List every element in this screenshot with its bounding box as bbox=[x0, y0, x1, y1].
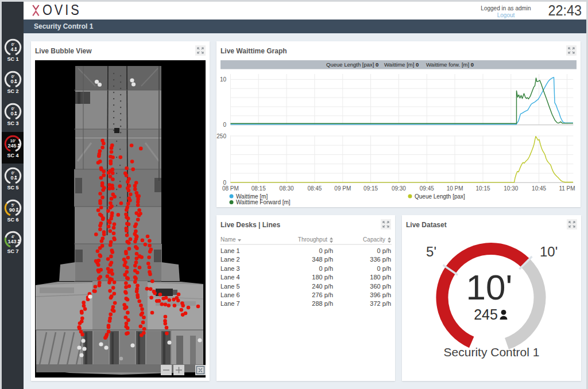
svg-text:245: 245 bbox=[474, 306, 498, 322]
svg-text:0: 0 bbox=[10, 111, 13, 116]
svg-text:10': 10' bbox=[10, 139, 16, 143]
svg-text:143: 143 bbox=[7, 239, 16, 244]
svg-text:348 p/h: 348 p/h bbox=[312, 256, 333, 263]
svg-text:10:15: 10:15 bbox=[475, 185, 490, 192]
svg-text:Waittime [m]: Waittime [m] bbox=[236, 193, 268, 200]
svg-text:Lane 4: Lane 4 bbox=[220, 274, 240, 281]
svg-text:0': 0' bbox=[11, 75, 15, 79]
svg-text:5': 5' bbox=[426, 244, 436, 259]
svg-text:10:30: 10:30 bbox=[504, 185, 518, 192]
svg-text:08:45: 08:45 bbox=[307, 185, 322, 192]
svg-text:5': 5' bbox=[11, 203, 15, 207]
svg-text:10: 10 bbox=[220, 76, 227, 83]
svg-text:0: 0 bbox=[10, 79, 13, 84]
svg-text:Waittime forw. [m] 0: Waittime forw. [m] 0 bbox=[426, 61, 474, 68]
svg-text:Lane 7: Lane 7 bbox=[220, 300, 240, 307]
svg-text:4: 4 bbox=[10, 46, 13, 52]
svg-text:0 p/h: 0 p/h bbox=[319, 247, 333, 254]
svg-text:240 p/h: 240 p/h bbox=[312, 283, 333, 290]
svg-text:276 p/h: 276 p/h bbox=[312, 291, 333, 298]
svg-text:0 p/h: 0 p/h bbox=[319, 265, 333, 272]
svg-text:Queue Length [pax]: Queue Length [pax] bbox=[415, 193, 465, 200]
svg-text:10': 10' bbox=[466, 267, 513, 307]
svg-text:10:45: 10:45 bbox=[532, 185, 546, 192]
svg-text:Throughput: Throughput bbox=[298, 236, 327, 243]
svg-text:11 PM: 11 PM bbox=[559, 185, 575, 192]
svg-text:08 PM: 08 PM bbox=[222, 185, 239, 192]
svg-text:0: 0 bbox=[223, 122, 226, 128]
svg-text:372 p/h: 372 p/h bbox=[370, 300, 391, 307]
svg-text:180 p/h: 180 p/h bbox=[312, 274, 333, 281]
svg-text:09:15: 09:15 bbox=[363, 185, 378, 192]
svg-text:360 p/h: 360 p/h bbox=[370, 283, 391, 290]
svg-text:90: 90 bbox=[9, 207, 15, 213]
svg-text:336 p/h: 336 p/h bbox=[370, 256, 391, 263]
svg-text:288 p/h: 288 p/h bbox=[312, 300, 333, 307]
svg-text:Lane 3: Lane 3 bbox=[220, 265, 240, 272]
svg-text:Waittime Forward [m]: Waittime Forward [m] bbox=[236, 199, 291, 205]
svg-text:Lane 1: Lane 1 bbox=[220, 247, 240, 254]
svg-text:0 p/h: 0 p/h bbox=[377, 265, 391, 272]
svg-text:245: 245 bbox=[7, 143, 16, 149]
svg-text:10 PM: 10 PM bbox=[447, 185, 463, 192]
svg-text:08:15: 08:15 bbox=[252, 185, 266, 192]
svg-text:Capacity: Capacity bbox=[363, 236, 385, 243]
svg-text:Lane 6: Lane 6 bbox=[220, 291, 240, 298]
svg-text:Lane 2: Lane 2 bbox=[220, 256, 240, 263]
svg-text:0 p/h: 0 p/h bbox=[377, 247, 391, 254]
svg-text:0': 0' bbox=[11, 107, 15, 111]
svg-text:396 p/h: 396 p/h bbox=[370, 291, 391, 298]
svg-text:Name: Name bbox=[220, 236, 236, 243]
svg-text:250: 250 bbox=[216, 133, 226, 139]
svg-text:180 p/h: 180 p/h bbox=[370, 274, 391, 281]
svg-text:Lane 5: Lane 5 bbox=[220, 283, 240, 290]
svg-text:Security Control 1: Security Control 1 bbox=[444, 345, 540, 359]
svg-text:09:30: 09:30 bbox=[392, 185, 406, 192]
svg-text:Queue Length [pax] 0: Queue Length [pax] 0 bbox=[326, 61, 378, 68]
svg-text:0': 0' bbox=[11, 42, 15, 46]
svg-text:09:45: 09:45 bbox=[420, 185, 434, 192]
svg-text:0': 0' bbox=[11, 171, 15, 175]
svg-text:08:30: 08:30 bbox=[280, 185, 294, 192]
svg-text:4': 4' bbox=[11, 235, 15, 239]
svg-text:10': 10' bbox=[540, 244, 558, 259]
svg-text:09 PM: 09 PM bbox=[334, 185, 351, 192]
svg-text:0: 0 bbox=[10, 175, 13, 181]
svg-text:Waittime [m] 0: Waittime [m] 0 bbox=[384, 61, 419, 68]
